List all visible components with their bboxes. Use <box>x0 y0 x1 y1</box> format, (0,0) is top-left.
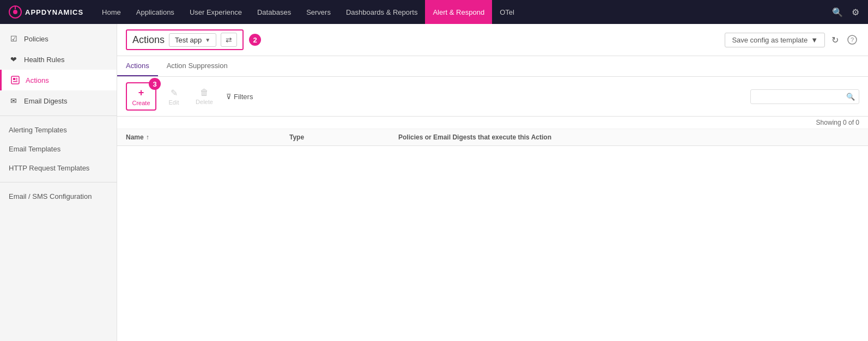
edit-button[interactable]: ✎ Edit <box>161 82 187 111</box>
app-name-label: APPDYNAMICS <box>25 8 83 16</box>
sidebar-item-actions[interactable]: Actions <box>0 70 117 90</box>
sidebar-item-health-rules[interactable]: ❤ Health Rules <box>0 49 117 70</box>
filters-label: Filters <box>234 93 253 101</box>
actions-icon <box>10 75 20 85</box>
col-header-name: Name ↑ <box>126 133 289 141</box>
svg-text:?: ? <box>851 36 854 43</box>
logo-area[interactable]: APPDYNAMICS <box>9 5 83 19</box>
create-label: Create <box>132 100 150 106</box>
sidebar-item-email-digests[interactable]: ✉ Email Digests <box>0 90 117 111</box>
sidebar-item-alerting-templates[interactable]: Alerting Templates <box>0 120 117 139</box>
policies-icon: ☑ <box>9 34 19 44</box>
dropdown-arrow-icon: ▼ <box>811 36 818 44</box>
delete-label: Delete <box>196 99 213 105</box>
header-right: Save config as template ▼ ↻ ? <box>725 33 859 47</box>
sidebar-label-health-rules: Health Rules <box>24 56 64 64</box>
svg-rect-5 <box>16 78 17 79</box>
annotation-badge-3: 3 <box>149 78 161 90</box>
col-header-policies: Policies or Email Digests that execute t… <box>398 133 859 141</box>
toolbar: 3 + Create ✎ Edit 🗑 Delete ⊽ Filters 🔍 <box>117 77 868 117</box>
filters-button[interactable]: ⊽ Filters <box>222 90 257 103</box>
sidebar-label-email-sms-config: Email / SMS Configuration <box>9 192 92 200</box>
nav-right-icons: 🔍 ⚙ <box>832 7 859 17</box>
help-icon: ? <box>847 35 857 45</box>
sidebar: ☑ Policies ❤ Health Rules Actions ✉ Emai… <box>0 24 117 341</box>
sidebar-item-policies[interactable]: ☑ Policies <box>0 28 117 49</box>
svg-rect-4 <box>13 78 15 80</box>
sync-button[interactable]: ⇄ <box>221 33 237 47</box>
nav-item-alert-respond[interactable]: Alert & Respond <box>425 0 492 24</box>
table-header: Name ↑ Type Policies or Email Digests th… <box>117 129 868 146</box>
sidebar-label-alerting-templates: Alerting Templates <box>9 126 67 134</box>
app-selector-label: Test app <box>175 36 202 44</box>
delete-button[interactable]: 🗑 Delete <box>191 82 217 111</box>
sidebar-item-email-sms-config[interactable]: Email / SMS Configuration <box>0 187 117 206</box>
content-header: Actions Test app ▼ ⇄ 2 Save config as te… <box>117 24 868 56</box>
nav-item-applications[interactable]: Applications <box>129 0 182 24</box>
search-input-wrap: 🔍 <box>750 89 859 104</box>
nav-item-servers[interactable]: Servers <box>299 0 338 24</box>
sidebar-divider-2 <box>0 182 117 182</box>
refresh-button[interactable]: ↻ <box>829 33 841 47</box>
global-search-button[interactable]: 🔍 <box>832 7 843 17</box>
sidebar-label-http-request-templates: HTTP Request Templates <box>9 164 89 172</box>
nav-item-databases[interactable]: Databases <box>250 0 299 24</box>
content-title-box: Actions Test app ▼ ⇄ <box>126 29 244 50</box>
chevron-down-icon: ▼ <box>205 37 210 43</box>
svg-rect-7 <box>13 81 17 82</box>
email-digests-icon: ✉ <box>9 96 19 106</box>
col-header-type: Type <box>289 133 398 141</box>
sidebar-item-http-request-templates[interactable]: HTTP Request Templates <box>0 159 117 178</box>
content-area: Actions Test app ▼ ⇄ 2 Save config as te… <box>117 24 868 341</box>
table-area <box>117 146 868 341</box>
tab-actions[interactable]: Actions <box>117 56 158 76</box>
appdynamics-logo <box>9 5 22 19</box>
trash-icon: 🗑 <box>200 88 209 98</box>
sidebar-item-email-templates[interactable]: Email Templates <box>0 139 117 159</box>
sidebar-label-email-templates: Email Templates <box>9 145 60 153</box>
sidebar-divider <box>0 115 117 116</box>
search-area: 🔍 <box>750 89 859 104</box>
create-button[interactable]: 3 + Create <box>126 82 156 111</box>
nav-item-otel[interactable]: OTel <box>492 0 522 24</box>
sidebar-label-actions: Actions <box>26 76 49 84</box>
edit-label: Edit <box>169 99 179 106</box>
page-title: Actions <box>132 34 165 46</box>
filter-icon: ⊽ <box>226 93 232 101</box>
annotation-badge-2: 2 <box>249 34 261 46</box>
sidebar-label-policies: Policies <box>24 35 48 43</box>
main-layout: ☑ Policies ❤ Health Rules Actions ✉ Emai… <box>0 24 868 341</box>
svg-point-1 <box>13 10 17 14</box>
plus-icon: + <box>138 87 144 99</box>
nav-items: Home Applications User Experience Databa… <box>94 0 832 24</box>
showing-count: Showing 0 of 0 <box>117 117 868 129</box>
health-rules-icon: ❤ <box>9 54 19 64</box>
nav-item-home[interactable]: Home <box>94 0 129 24</box>
sort-icon: ↑ <box>146 133 149 141</box>
tab-action-suppression[interactable]: Action Suppression <box>158 56 236 76</box>
help-button[interactable]: ? <box>845 33 859 47</box>
search-icon: 🔍 <box>846 93 855 101</box>
nav-item-dashboards-reports[interactable]: Dashboards & Reports <box>338 0 426 24</box>
save-config-button[interactable]: Save config as template ▼ <box>725 33 825 47</box>
app-selector[interactable]: Test app ▼ <box>169 33 216 47</box>
svg-rect-6 <box>16 80 17 81</box>
save-config-label: Save config as template <box>732 36 808 44</box>
search-input[interactable] <box>750 89 859 104</box>
nav-item-user-experience[interactable]: User Experience <box>182 0 250 24</box>
edit-icon: ✎ <box>171 88 178 98</box>
tabs-bar: Actions Action Suppression <box>117 56 868 77</box>
global-settings-button[interactable]: ⚙ <box>852 7 859 17</box>
sidebar-label-email-digests: Email Digests <box>24 97 67 105</box>
top-nav: APPDYNAMICS Home Applications User Exper… <box>0 0 868 24</box>
